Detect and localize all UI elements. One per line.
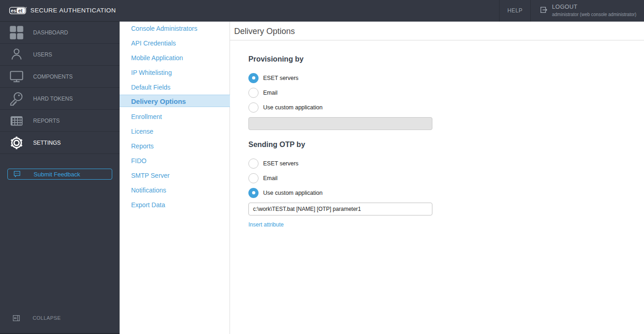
svg-text:et: et	[18, 8, 23, 13]
svg-text:es: es	[11, 8, 17, 13]
